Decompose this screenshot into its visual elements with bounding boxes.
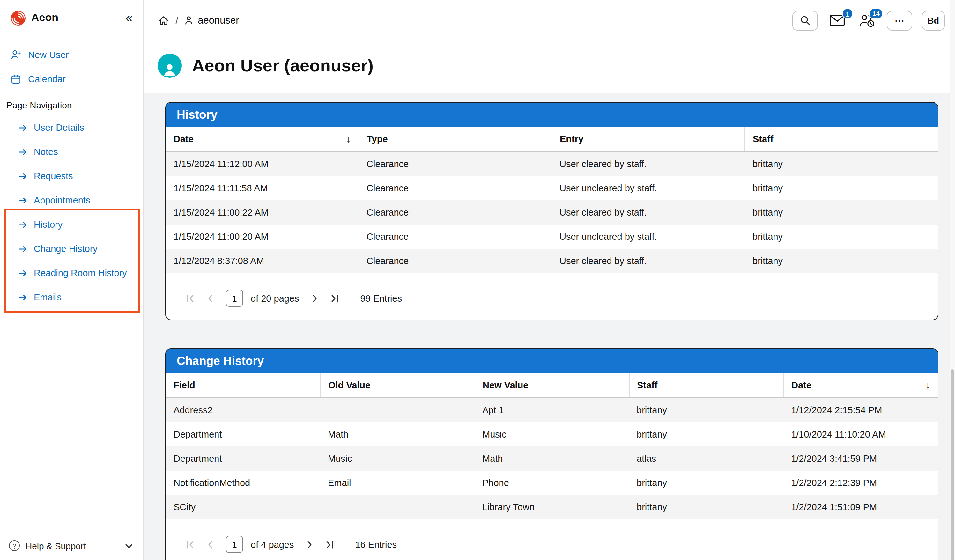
sidebar-item-appointments[interactable]: Appointments: [0, 188, 143, 213]
cell-staff: brittany: [629, 398, 783, 422]
page-number-input[interactable]: [226, 289, 243, 307]
cell-entry: User uncleared by staff.: [552, 225, 745, 249]
cell-type: Clearance: [359, 176, 552, 200]
table-row: Address2 Apt 1 brittany 1/12/2024 2:15:5…: [166, 398, 938, 422]
column-header-date[interactable]: Date ↓: [783, 373, 938, 398]
breadcrumb: / aeonuser: [158, 14, 239, 27]
sidebar-header: Aeon «: [0, 0, 143, 36]
cell-new-value: Apt 1: [474, 398, 629, 422]
cell-new-value: Music: [474, 422, 629, 446]
page-number-input[interactable]: [226, 536, 243, 553]
sidebar-item-label: Appointments: [34, 195, 90, 205]
ellipsis-icon: ⋯: [894, 14, 905, 27]
column-header-entry[interactable]: Entry: [552, 127, 745, 152]
sort-descending-icon[interactable]: ↓: [925, 380, 930, 391]
cell-date: 1/15/2024 11:00:22 AM: [166, 200, 359, 225]
help-support-button[interactable]: ? Help & Support: [0, 531, 143, 560]
mail-badge: 1: [842, 8, 853, 19]
cell-staff: brittany: [745, 200, 938, 225]
last-page-icon[interactable]: [330, 293, 340, 303]
cell-date: 1/2/2024 1:51:09 PM: [783, 495, 938, 519]
sidebar-item-label: Reading Room History: [34, 268, 127, 278]
sidebar-item-label: Notes: [34, 147, 58, 157]
scrollbar-thumb[interactable]: [950, 370, 954, 560]
cell-staff: brittany: [745, 249, 938, 273]
cell-field: Department: [166, 422, 320, 446]
arrow-right-icon: [18, 268, 27, 278]
table-header-row: Date ↓ Type Entry Staff: [166, 127, 938, 152]
arrow-right-icon: [18, 196, 27, 205]
sidebar-item-reading-room-history[interactable]: Reading Room History: [0, 261, 143, 285]
first-page-icon[interactable]: [185, 539, 195, 549]
cell-staff: brittany: [629, 495, 783, 519]
column-header-type[interactable]: Type: [359, 127, 552, 152]
calendar-icon: [10, 74, 22, 85]
mail-button[interactable]: 1: [827, 12, 847, 29]
next-page-icon[interactable]: [309, 293, 319, 303]
cell-date: 1/2/2024 2:12:39 PM: [783, 471, 938, 495]
page-navigation-heading: Page Navigation: [0, 92, 143, 116]
column-header-field[interactable]: Field: [166, 373, 320, 398]
cell-date: 1/15/2024 11:00:20 AM: [166, 225, 359, 249]
sidebar-item-user-details[interactable]: User Details: [0, 116, 143, 140]
cell-old-value: Math: [320, 422, 474, 446]
first-page-icon[interactable]: [185, 293, 195, 303]
column-header-date[interactable]: Date ↓: [166, 127, 359, 152]
sidebar-item-calendar[interactable]: Calendar: [0, 67, 143, 91]
sidebar-item-label: Emails: [34, 292, 61, 302]
page-range-label: of 20 pages: [251, 293, 299, 303]
entries-count: 16 Entries: [355, 539, 397, 549]
history-card: History Date ↓ Type Entry: [165, 102, 938, 320]
change-history-card: Change History Field Old Value New Value…: [165, 348, 938, 560]
topbar-actions: 1 14: [792, 11, 945, 30]
sidebar-item-notes[interactable]: Notes: [0, 140, 143, 164]
person-icon: [184, 15, 194, 25]
chevron-down-icon: [124, 541, 134, 551]
table-row: SCity Library Town brittany 1/2/2024 1:5…: [166, 495, 938, 519]
arrow-right-icon: [18, 293, 27, 302]
aeon-logo-icon: [10, 10, 26, 26]
avatar-initials: Bd: [928, 16, 939, 25]
topbar: / aeonuser: [144, 0, 955, 41]
cell-field: Address2: [166, 398, 320, 422]
cell-staff: brittany: [745, 176, 938, 200]
page-title-row: Aeon User (aeonuser): [144, 41, 955, 93]
cell-date: 1/15/2024 11:12:00 AM: [166, 152, 359, 176]
previous-page-icon[interactable]: [205, 293, 216, 303]
sidebar-item-label: Calendar: [28, 74, 66, 84]
sidebar-item-new-user[interactable]: New User: [0, 43, 143, 67]
column-header-old-value[interactable]: Old Value: [320, 373, 474, 398]
previous-page-icon[interactable]: [205, 539, 216, 549]
breadcrumb-separator: /: [175, 15, 178, 26]
sidebar-item-change-history[interactable]: Change History: [0, 237, 143, 261]
last-page-icon[interactable]: [324, 539, 335, 549]
sidebar-item-history[interactable]: History: [0, 213, 143, 237]
sidebar-collapse-icon[interactable]: «: [126, 11, 133, 24]
table-row: Department Math Music brittany 1/10/2024…: [166, 422, 938, 446]
next-page-icon[interactable]: [304, 539, 314, 549]
cell-date: 1/15/2024 11:11:58 AM: [166, 176, 359, 200]
person-add-icon: [10, 49, 22, 61]
home-icon[interactable]: [158, 14, 170, 27]
sidebar-item-label: User Details: [34, 122, 84, 133]
column-header-new-value[interactable]: New Value: [474, 373, 629, 398]
main-area: / aeonuser: [144, 0, 955, 560]
table-row: 1/15/2024 11:00:22 AM Clearance User cle…: [166, 200, 938, 225]
table-row: 1/12/2024 8:37:08 AM Clearance User clea…: [166, 249, 938, 273]
app-name: Aeon: [31, 11, 58, 24]
breadcrumb-user[interactable]: aeonuser: [184, 15, 239, 26]
cell-entry: User cleared by staff.: [552, 200, 745, 225]
sort-descending-icon[interactable]: ↓: [346, 133, 351, 145]
sidebar-item-requests[interactable]: Requests: [0, 164, 143, 188]
user-activity-button[interactable]: 14: [857, 12, 877, 29]
column-header-staff[interactable]: Staff: [629, 373, 783, 398]
column-header-staff[interactable]: Staff: [745, 127, 938, 152]
sidebar-item-emails[interactable]: Emails: [0, 285, 143, 309]
search-button[interactable]: [792, 11, 818, 30]
sidebar-item-label: Requests: [34, 171, 73, 181]
arrow-right-icon: [18, 147, 27, 156]
page-content: History Date ↓ Type Entry: [144, 93, 955, 560]
more-options-button[interactable]: ⋯: [887, 11, 912, 30]
account-avatar-button[interactable]: Bd: [922, 11, 945, 30]
arrow-right-icon: [18, 171, 27, 181]
